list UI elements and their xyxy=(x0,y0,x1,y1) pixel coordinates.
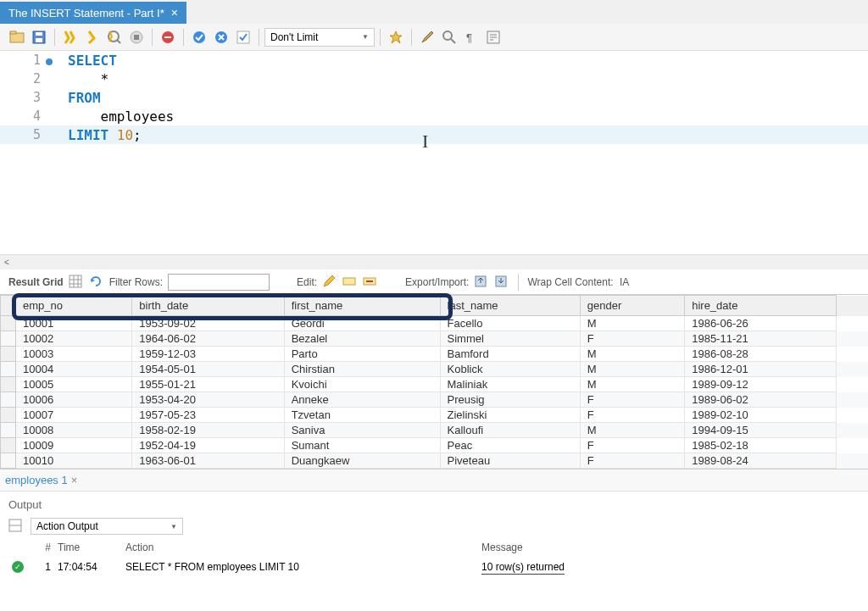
cell[interactable]: Sumant xyxy=(284,438,440,453)
cell[interactable]: 1954-05-01 xyxy=(132,362,284,377)
cell[interactable]: Maliniak xyxy=(440,377,580,392)
row-selector[interactable] xyxy=(1,331,16,347)
editor-h-scrollbar[interactable]: < xyxy=(0,254,868,269)
cell[interactable]: Zielinski xyxy=(440,408,580,423)
refresh-icon[interactable] xyxy=(89,275,104,290)
cell[interactable]: 10008 xyxy=(16,423,132,438)
cell[interactable]: 10001 xyxy=(16,316,132,331)
cell[interactable]: 1953-04-20 xyxy=(132,392,284,408)
cell[interactable]: 1963-06-01 xyxy=(132,453,284,469)
export-icon[interactable] xyxy=(474,275,489,290)
col-emp-no[interactable]: emp_no xyxy=(16,296,132,316)
cell[interactable]: F xyxy=(580,331,684,347)
cell[interactable]: Kvoichi xyxy=(284,377,440,392)
stop-on-error-button[interactable] xyxy=(158,27,178,47)
toggle-invisible-button[interactable]: ¶ xyxy=(461,27,481,47)
col-last-name[interactable]: last_name xyxy=(440,296,580,316)
table-row[interactable]: 100021964-06-02BezalelSimmelF1985-11-21 xyxy=(1,331,868,347)
row-selector[interactable] xyxy=(1,316,16,331)
row-selector[interactable] xyxy=(1,408,16,423)
commit-button[interactable] xyxy=(189,27,209,47)
cell[interactable]: 1986-12-01 xyxy=(685,362,837,377)
filter-rows-input[interactable] xyxy=(168,274,270,291)
autocommit-button[interactable] xyxy=(233,27,253,47)
col-hire-date[interactable]: hire_date xyxy=(685,296,837,316)
cell[interactable]: M xyxy=(580,362,684,377)
cell[interactable]: M xyxy=(580,423,684,438)
edit-icon[interactable] xyxy=(322,275,337,290)
cell[interactable]: 1989-09-12 xyxy=(685,377,837,392)
cell[interactable]: 1957-05-23 xyxy=(132,408,284,423)
close-icon[interactable]: × xyxy=(171,6,178,19)
cell[interactable]: M xyxy=(580,377,684,392)
execute-button[interactable] xyxy=(60,27,81,47)
beautify-button[interactable] xyxy=(386,27,406,47)
cell[interactable]: 10007 xyxy=(16,408,132,423)
cell[interactable]: Peac xyxy=(440,438,580,453)
output-row[interactable]: ✓ 1 17:04:54 SELECT * FROM employees LIM… xyxy=(0,557,868,576)
cell[interactable]: Simmel xyxy=(440,331,580,347)
delete-row-icon[interactable] xyxy=(363,275,378,290)
cell[interactable]: Preusig xyxy=(440,392,580,408)
output-panel-icon[interactable] xyxy=(8,519,24,534)
row-selector[interactable] xyxy=(1,392,16,408)
cell[interactable]: 1959-12-03 xyxy=(132,347,284,362)
row-selector[interactable] xyxy=(1,347,16,362)
row-selector[interactable] xyxy=(1,438,16,453)
result-grid[interactable]: emp_no birth_date first_name last_name g… xyxy=(0,295,868,469)
cell[interactable]: 10005 xyxy=(16,377,132,392)
cell[interactable]: Anneke xyxy=(284,392,440,408)
cell[interactable]: Facello xyxy=(440,316,580,331)
close-icon[interactable]: × xyxy=(71,474,78,486)
table-row[interactable]: 100041954-05-01ChirstianKoblickM1986-12-… xyxy=(1,362,868,377)
rollback-button[interactable] xyxy=(211,27,231,47)
row-selector[interactable] xyxy=(1,377,16,392)
cell[interactable]: 10002 xyxy=(16,331,132,347)
table-row[interactable]: 100031959-12-03PartoBamfordM1986-08-28 xyxy=(1,347,868,362)
cell[interactable]: 1955-01-21 xyxy=(132,377,284,392)
cell[interactable]: 1989-08-24 xyxy=(685,453,837,469)
cell[interactable]: 1985-02-18 xyxy=(685,438,837,453)
cell[interactable]: 1985-11-21 xyxy=(685,331,837,347)
cell[interactable]: Kalloufi xyxy=(440,423,580,438)
output-type-dropdown[interactable]: Action Output ▼ xyxy=(31,518,183,535)
table-row[interactable]: 100101963-06-01DuangkaewPiveteauF1989-08… xyxy=(1,453,868,469)
cell[interactable]: Koblick xyxy=(440,362,580,377)
cell[interactable]: 10006 xyxy=(16,392,132,408)
cell[interactable]: F xyxy=(580,392,684,408)
explain-button[interactable] xyxy=(104,27,125,47)
table-row[interactable]: 100011953-09-02GeordiFacelloM1986-06-26 xyxy=(1,316,868,331)
result-tab[interactable]: employees 1 xyxy=(5,474,68,486)
cell[interactable]: 1964-06-02 xyxy=(132,331,284,347)
cell[interactable]: F xyxy=(580,438,684,453)
col-gender[interactable]: gender xyxy=(580,296,684,316)
wrap-cell-icon[interactable]: IA xyxy=(619,275,634,290)
cell[interactable]: Bamford xyxy=(440,347,580,362)
add-row-icon[interactable] xyxy=(342,275,358,290)
cell[interactable]: Geordi xyxy=(284,316,440,331)
import-icon[interactable] xyxy=(494,275,509,290)
cell[interactable]: Tzvetan xyxy=(284,408,440,423)
cell[interactable]: 1989-06-02 xyxy=(685,392,837,408)
limit-rows-dropdown[interactable]: Don't Limit ▼ xyxy=(264,28,375,47)
cell[interactable]: 1958-02-19 xyxy=(132,423,284,438)
cell[interactable]: 1986-06-26 xyxy=(685,316,837,331)
cell[interactable]: Duangkaew xyxy=(284,453,440,469)
table-row[interactable]: 100071957-05-23TzvetanZielinskiF1989-02-… xyxy=(1,408,868,423)
cell[interactable]: 10003 xyxy=(16,347,132,362)
cell[interactable]: 1952-04-19 xyxy=(132,438,284,453)
cell[interactable]: Parto xyxy=(284,347,440,362)
table-row[interactable]: 100081958-02-19SanivaKalloufiM1994-09-15 xyxy=(1,423,868,438)
table-row[interactable]: 100091952-04-19SumantPeacF1985-02-18 xyxy=(1,438,868,453)
cell[interactable]: 1953-09-02 xyxy=(132,316,284,331)
cell[interactable]: Saniva xyxy=(284,423,440,438)
row-selector[interactable] xyxy=(1,362,16,377)
cell[interactable]: 1989-02-10 xyxy=(685,408,837,423)
save-button[interactable] xyxy=(29,27,49,47)
cell[interactable]: M xyxy=(580,316,684,331)
cell[interactable]: 10004 xyxy=(16,362,132,377)
cell[interactable]: Chirstian xyxy=(284,362,440,377)
cell[interactable]: 10010 xyxy=(16,453,132,469)
editor-tab-active[interactable]: The INSERT Statement - Part I* × xyxy=(0,2,186,24)
cell[interactable]: 10009 xyxy=(16,438,132,453)
